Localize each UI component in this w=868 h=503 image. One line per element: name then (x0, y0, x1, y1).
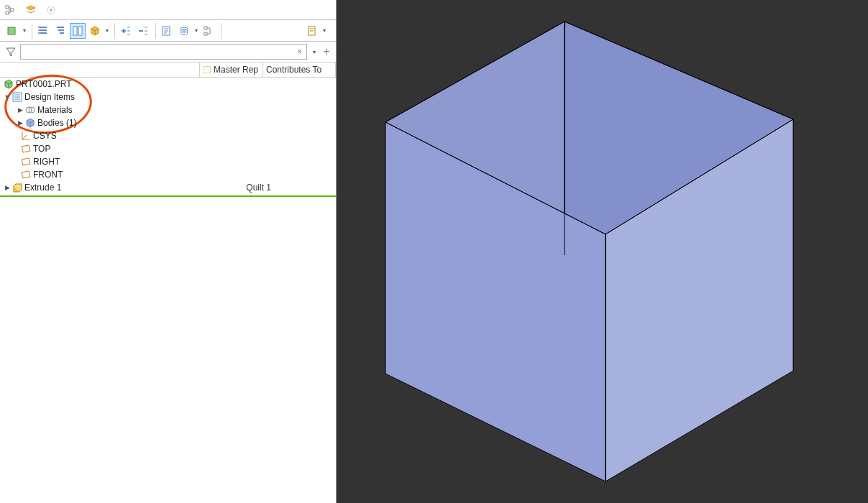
tree-right[interactable]: ▶ RIGHT (0, 155, 336, 168)
add-filter-icon[interactable]: + (321, 45, 332, 58)
svg-rect-10 (78, 27, 82, 35)
svg-rect-16 (204, 32, 207, 35)
expander-icon[interactable]: ▼ (3, 93, 12, 101)
settings-page-icon[interactable] (304, 23, 320, 39)
tree-root-label: PRT0001.PRT (16, 79, 72, 89)
model-tree-panel: ▾ ▾ ▾ ▾ × ▾ (0, 0, 337, 503)
bodies-icon (24, 117, 36, 129)
expander-icon[interactable]: ▶ (3, 183, 12, 192)
svg-point-8 (38, 32, 40, 34)
materials-icon (24, 104, 36, 116)
clear-search-icon[interactable]: × (296, 47, 303, 57)
col-contributes-to[interactable]: Contributes To (263, 63, 336, 77)
extrude-rep-value: Quilt 1 (246, 183, 271, 193)
tree-front[interactable]: ▶ FRONT (0, 168, 336, 181)
graphics-viewport[interactable] (337, 0, 868, 503)
expand-icon[interactable] (118, 23, 134, 39)
svg-rect-9 (73, 27, 77, 35)
svg-rect-0 (6, 6, 9, 9)
notes-icon[interactable] (159, 23, 175, 39)
tree-filters-2-icon[interactable] (52, 23, 68, 39)
tree-search-box[interactable]: × (20, 44, 307, 60)
front-label: FRONT (33, 170, 63, 180)
col-tree (0, 63, 200, 77)
design-items-label: Design Items (24, 92, 75, 102)
tree-filters-1-icon[interactable] (35, 23, 51, 39)
tree-csys[interactable]: ▶ CSYS (0, 129, 336, 142)
filter-icon[interactable] (4, 44, 17, 60)
layers-dropdown-icon[interactable]: ▾ (193, 23, 199, 39)
svg-point-7 (38, 29, 40, 31)
svg-point-6 (38, 27, 40, 28)
tree-search-input[interactable] (24, 47, 296, 57)
col-master-rep[interactable]: Master Rep (200, 63, 263, 77)
extrude-icon (12, 182, 23, 193)
insert-indicator (0, 195, 336, 197)
show-dropdown-icon[interactable]: ▾ (22, 23, 27, 39)
svg-rect-1 (6, 11, 9, 14)
settings-dropdown-icon[interactable]: ▾ (321, 23, 327, 39)
right-label: RIGHT (33, 157, 60, 167)
show-button[interactable] (4, 23, 20, 39)
csys-label: CSYS (33, 131, 57, 141)
tree-box-dropdown-icon[interactable]: ▾ (104, 23, 110, 39)
svg-rect-18 (204, 67, 211, 73)
design-items-icon (12, 91, 23, 103)
tab-model-tree-icon[interactable] (4, 4, 17, 17)
svg-point-4 (50, 9, 52, 11)
tree-column-header: Master Rep Contributes To (0, 62, 336, 78)
datum-plane-icon (20, 169, 32, 180)
tree-design-items[interactable]: ▼ Design Items (0, 91, 336, 103)
tab-settings-icon[interactable] (45, 4, 58, 17)
tree-box-icon[interactable] (87, 23, 103, 39)
datum-plane-icon (20, 156, 32, 167)
csys-icon (20, 130, 32, 142)
tree-bodies[interactable]: ▶ Bodies (1) (0, 116, 336, 129)
expander-icon[interactable]: ▶ (16, 106, 24, 114)
materials-label: Materials (37, 105, 73, 115)
svg-rect-2 (11, 9, 14, 11)
tab-layers-icon[interactable] (24, 4, 37, 17)
tree-search-row: × ▾ + (0, 42, 336, 62)
tree-control-icon[interactable] (201, 23, 216, 39)
collapse-icon[interactable] (135, 23, 151, 39)
cube-render (337, 0, 868, 503)
expander-icon[interactable]: ▶ (16, 119, 24, 127)
col-contrib-label: Contributes To (266, 65, 321, 75)
top-label: TOP (33, 144, 50, 154)
datum-plane-icon (20, 143, 32, 154)
tree-extrude[interactable]: ▶ Extrude 1 Quilt 1 (0, 181, 336, 194)
bodies-label: Bodies (1) (37, 118, 77, 128)
model-tree: PRT0001.PRT ▼ Design Items ▶ Materials ▶… (0, 78, 336, 197)
tree-materials[interactable]: ▶ Materials (0, 103, 336, 116)
tree-top[interactable]: ▶ TOP (0, 142, 336, 155)
part-icon (3, 78, 14, 90)
col-master-label: Master Rep (214, 65, 258, 75)
svg-rect-5 (8, 27, 15, 34)
extrude-label: Extrude 1 (24, 183, 61, 193)
search-dropdown-icon[interactable]: ▾ (310, 49, 319, 55)
panel-tabstrip (0, 0, 336, 20)
tree-root[interactable]: PRT0001.PRT (0, 78, 336, 91)
svg-rect-15 (204, 27, 207, 29)
tree-toolbar: ▾ ▾ ▾ ▾ (0, 20, 336, 42)
layers-icon[interactable] (176, 23, 192, 39)
tree-columns-icon[interactable] (70, 23, 86, 39)
